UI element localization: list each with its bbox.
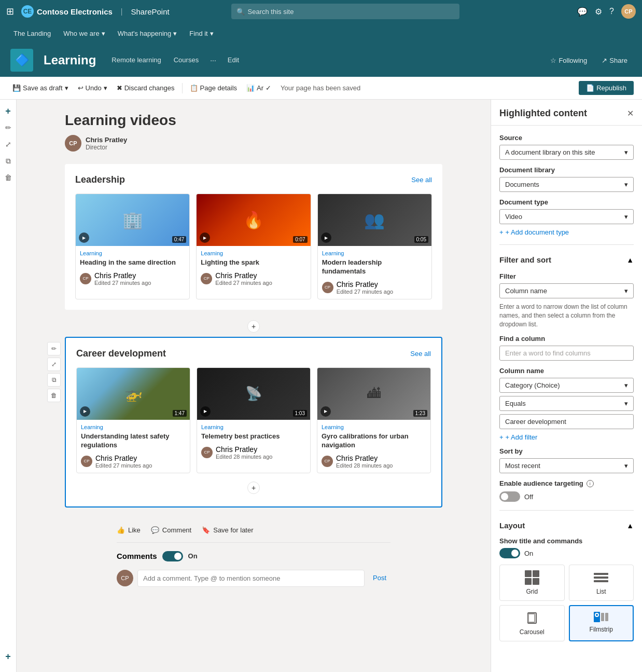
settings-icon[interactable]: ⚙ bbox=[595, 7, 602, 17]
doc-library-label: Document library bbox=[499, 166, 634, 174]
comment-input[interactable] bbox=[137, 570, 365, 587]
collapse-icon-layout: ▲ bbox=[626, 522, 634, 530]
nav-item-happening[interactable]: What's happening ▾ bbox=[113, 26, 183, 40]
video-info-0: Learning Heading in the same direction C… bbox=[76, 246, 189, 290]
career-video-card-2: 🏙 ▶ 1:23 Learning Gyro calibrations for … bbox=[317, 367, 431, 473]
sort-by-dropdown[interactable]: Most recent ▾ bbox=[499, 458, 634, 473]
play-button-2[interactable]: ▶ bbox=[321, 232, 331, 243]
page-nav-courses[interactable]: Courses bbox=[169, 53, 204, 67]
career-info-2: Learning Gyro calibrations for urban nav… bbox=[317, 420, 430, 473]
apps-icon[interactable]: ⊞ bbox=[6, 6, 14, 17]
section-delete-icon[interactable]: 🗑 bbox=[47, 389, 61, 402]
chevron-down-operator: ▾ bbox=[624, 400, 628, 407]
analytics-button[interactable]: 📊 Ar ✓ bbox=[242, 82, 275, 94]
video-meta-1: Chris Pratley Edited 27 minutes ago bbox=[215, 271, 272, 286]
section-move-icon[interactable]: ⤢ bbox=[47, 358, 61, 371]
nav-label-landing: The Landing bbox=[13, 30, 51, 37]
add-section-bottom[interactable]: + bbox=[1, 649, 16, 664]
like-label: Like bbox=[128, 526, 141, 534]
layout-filmstrip-option[interactable]: Filmstrip bbox=[569, 605, 634, 641]
copy-icon[interactable]: ⧉ bbox=[1, 154, 16, 168]
undo-label: Undo bbox=[86, 84, 102, 92]
add-section-career-bottom[interactable]: + bbox=[247, 482, 260, 494]
nav-label-find: Find it bbox=[189, 30, 207, 37]
republish-button[interactable]: 📄 Republish bbox=[579, 81, 634, 95]
edit-icon[interactable]: ✏ bbox=[1, 120, 16, 135]
video-info-1: Learning Lighting the spark CP Chris Pra… bbox=[197, 246, 310, 290]
check-icon: ✓ bbox=[266, 84, 271, 92]
video-edited-1: Edited 27 minutes ago bbox=[215, 280, 272, 286]
layout-grid-option[interactable]: Grid bbox=[499, 565, 565, 601]
chevron-down-sort: ▾ bbox=[624, 462, 628, 470]
help-icon[interactable]: ? bbox=[609, 7, 614, 16]
career-duration-0: 1:47 bbox=[173, 410, 187, 417]
social-actions: 👍 Like 💬 Comment 🔖 Save for later bbox=[117, 526, 390, 543]
career-category-2: Learning bbox=[322, 424, 426, 430]
share-button[interactable]: ↗ Share bbox=[597, 54, 632, 66]
operator-dropdown[interactable]: Equals ▾ bbox=[499, 396, 634, 411]
see-all-leadership[interactable]: See all bbox=[411, 176, 432, 184]
comment-button[interactable]: 💬 Comment bbox=[151, 526, 191, 534]
page-nav-more[interactable]: ··· bbox=[206, 53, 220, 67]
video-duration-2: 0:05 bbox=[414, 236, 428, 243]
author-info: Chris Pratley Director bbox=[86, 136, 127, 151]
section-edit-icon[interactable]: ✏ bbox=[47, 342, 61, 355]
audience-info-icon[interactable]: i bbox=[587, 480, 594, 487]
filter-sort-header[interactable]: Filter and sort ▲ bbox=[499, 253, 634, 266]
like-button[interactable]: 👍 Like bbox=[117, 526, 141, 534]
layout-carousel-option[interactable]: Carousel bbox=[499, 605, 565, 641]
section-header-leadership: Leadership See all bbox=[75, 174, 432, 185]
doc-type-dropdown[interactable]: Video ▾ bbox=[499, 209, 634, 224]
audience-toggle-label: Off bbox=[524, 493, 533, 501]
source-dropdown[interactable]: A document library on this site ▾ bbox=[499, 145, 634, 160]
section-edit-tools: ✏ ⤢ ⧉ 🗑 bbox=[47, 342, 61, 402]
career-play-0[interactable]: ▶ bbox=[80, 406, 90, 417]
following-button[interactable]: ☆ Following bbox=[546, 54, 591, 66]
doc-library-dropdown[interactable]: Documents ▾ bbox=[499, 177, 634, 192]
search-bar[interactable]: 🔍 Search this site bbox=[231, 4, 459, 19]
video-info-2: Learning Modern leadership fundamentals … bbox=[318, 246, 431, 299]
add-section-middle[interactable]: + bbox=[247, 320, 260, 333]
show-title-toggle-label: On bbox=[524, 550, 533, 557]
undo-button[interactable]: ↩ Undo ▾ bbox=[74, 82, 111, 94]
nav-item-who[interactable]: Who we are ▾ bbox=[58, 26, 110, 40]
save-later-button[interactable]: 🔖 Save for later bbox=[202, 526, 253, 534]
save-draft-button[interactable]: 💾 Save as draft ▾ bbox=[8, 82, 73, 94]
filter-value-input[interactable] bbox=[499, 414, 634, 429]
plus-icon-doctype: + bbox=[499, 228, 504, 236]
comments-toggle[interactable] bbox=[162, 551, 183, 561]
audience-toggle[interactable] bbox=[499, 491, 520, 502]
page-details-button[interactable]: 📋 Page details bbox=[186, 82, 242, 94]
page-nav-edit[interactable]: Edit bbox=[222, 53, 244, 67]
chevron-down-colname: ▾ bbox=[624, 381, 628, 389]
close-icon[interactable]: ✕ bbox=[627, 108, 634, 118]
save-draft-label: Save as draft bbox=[23, 84, 63, 92]
add-section-top[interactable]: + bbox=[1, 104, 16, 118]
find-column-input[interactable] bbox=[499, 346, 634, 361]
discard-button[interactable]: ✖ Discard changes bbox=[113, 82, 179, 94]
column-name-dropdown[interactable]: Category (Choice) ▾ bbox=[499, 378, 634, 393]
play-button-0[interactable]: ▶ bbox=[79, 232, 89, 243]
show-title-toggle[interactable] bbox=[499, 548, 520, 558]
layout-header[interactable]: Layout ▲ bbox=[499, 519, 634, 532]
page-nav-remote[interactable]: Remote learning bbox=[106, 53, 166, 67]
section-title-career: Career development bbox=[76, 348, 166, 359]
career-play-1[interactable]: ▶ bbox=[200, 406, 211, 417]
user-avatar[interactable]: CP bbox=[621, 4, 636, 19]
nav-item-landing[interactable]: The Landing bbox=[8, 26, 56, 40]
see-all-career[interactable]: See all bbox=[410, 350, 431, 358]
section-copy-icon[interactable]: ⧉ bbox=[47, 373, 61, 387]
move-icon[interactable]: ⤢ bbox=[1, 137, 16, 152]
doc-library-value: Documents bbox=[505, 181, 539, 188]
chat-icon[interactable]: 💬 bbox=[577, 7, 588, 17]
filter-value: Column name bbox=[505, 287, 547, 295]
add-filter-button[interactable]: + + Add filter bbox=[499, 433, 634, 441]
nav-item-find[interactable]: Find it ▾ bbox=[184, 26, 218, 40]
add-doc-type-button[interactable]: + + Add document type bbox=[499, 228, 634, 236]
delete-icon[interactable]: 🗑 bbox=[1, 170, 16, 185]
layout-list-option[interactable]: List bbox=[569, 565, 634, 601]
post-button[interactable]: Post bbox=[369, 570, 390, 586]
filter-dropdown[interactable]: Column name ▾ bbox=[499, 283, 634, 298]
product-name: SharePoint bbox=[131, 7, 170, 16]
career-play-2[interactable]: ▶ bbox=[320, 406, 331, 417]
